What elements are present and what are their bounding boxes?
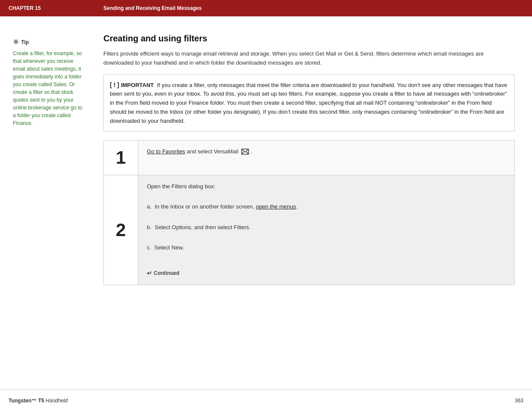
step-1-number: 1 [104, 140, 138, 175]
continued-arrow-icon: ↵ [147, 268, 152, 278]
step-2-number: 2 [104, 175, 138, 285]
chapter-title: Sending and Receiving Email Messages [103, 5, 202, 11]
step-2-intro: Open the Filters dialog box: [147, 182, 506, 191]
step-1-link[interactable]: Go to Favorites [147, 148, 185, 155]
sidebar-tip: ✳ Tip Create a filter, for example, so t… [9, 34, 95, 381]
footer-brand-normal: Handheld [44, 398, 68, 404]
important-label: IMPORTANT [121, 82, 157, 88]
tip-label: Tip [21, 39, 29, 45]
open-menus-link[interactable]: open the menus [256, 203, 296, 210]
step-1-text: and select VersaMail [185, 148, 239, 155]
chapter-label: CHAPTER 15 [9, 5, 103, 11]
tip-star-icon: ✳ [13, 38, 19, 46]
footer-brand-bold: Tungsten™ T5 [9, 398, 44, 404]
versamail-icon [241, 149, 249, 155]
tip-body: Create a filter, for example, so that wh… [13, 50, 86, 127]
step-2-row: 2 Open the Filters dialog box: a. In the… [104, 175, 514, 285]
tip-header: ✳ Tip [13, 38, 86, 46]
continued-label: Continued [154, 269, 179, 277]
article-intro: Filters provide efficient ways to manage… [103, 50, 515, 68]
article-heading: Creating and using filters [103, 34, 515, 44]
article-area: Creating and using filters Filters provi… [95, 34, 523, 381]
continued-line: ↵ Continued [147, 268, 506, 278]
important-bracket: [ ! ] [110, 81, 121, 88]
important-box: [ ! ] IMPORTANT If you create a filter, … [103, 75, 515, 131]
step-2b: b. Select Options, and then select Filte… [147, 223, 506, 232]
footer-bar: Tungsten™ T5 Handheld 363 [0, 389, 532, 411]
steps-container: 1 Go to Favorites and select VersaMail . [103, 140, 515, 286]
step-1-row: 1 Go to Favorites and select VersaMail . [104, 140, 514, 175]
important-text: If you create a filter, only messages th… [110, 82, 507, 124]
footer-brand: Tungsten™ T5 Handheld [9, 398, 68, 404]
step-1-period: . [251, 148, 252, 155]
step-2-content: Open the Filters dialog box: a. In the I… [138, 175, 514, 285]
footer-page-number: 363 [515, 398, 523, 404]
step-2a: a. In the Inbox or on another folder scr… [147, 202, 506, 212]
page-content: ✳ Tip Create a filter, for example, so t… [0, 16, 532, 389]
step-2c: c. Select New. [147, 243, 506, 252]
header-bar: CHAPTER 15 Sending and Receiving Email M… [0, 0, 532, 16]
step-1-content: Go to Favorites and select VersaMail . [138, 140, 514, 175]
